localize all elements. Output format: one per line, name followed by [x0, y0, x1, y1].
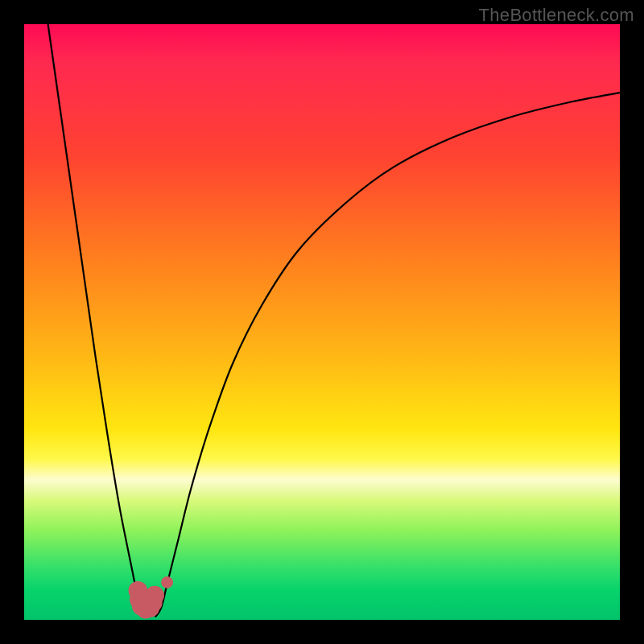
- plot-area: [24, 24, 620, 620]
- marker-dot: [145, 586, 164, 605]
- right-branch-curve: [155, 93, 620, 617]
- chart-frame: TheBottleneck.com: [0, 0, 644, 644]
- marker-dot: [161, 576, 173, 588]
- curve-layer: [24, 24, 620, 620]
- left-branch-curve: [48, 24, 143, 617]
- attribution-text: TheBottleneck.com: [479, 5, 634, 26]
- highlight-markers: [129, 576, 174, 619]
